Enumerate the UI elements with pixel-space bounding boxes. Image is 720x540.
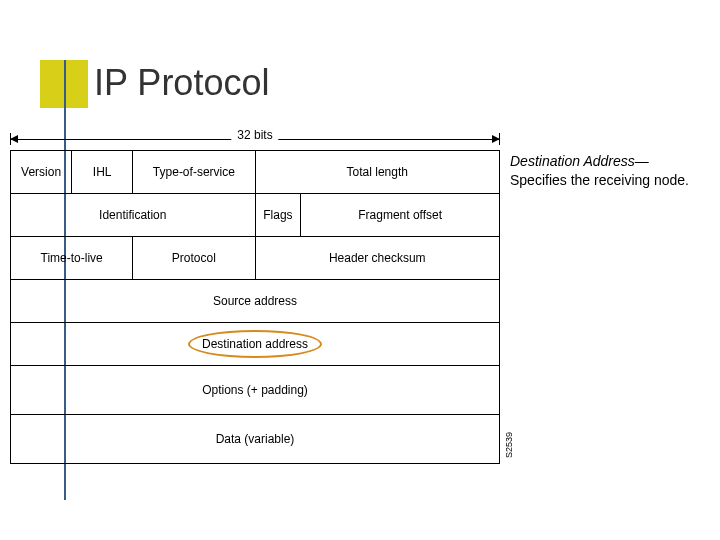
field-data: Data (variable) xyxy=(11,415,500,464)
dimension-label: 32 bits xyxy=(231,128,278,142)
field-destination-address: Destination address xyxy=(11,323,500,366)
field-destination-address-label: Destination address xyxy=(202,337,308,351)
field-identification: Identification xyxy=(11,194,256,237)
field-header-checksum: Header checksum xyxy=(255,237,500,280)
field-flags: Flags xyxy=(255,194,301,237)
slide-root: IP Protocol 32 bits Version IHL Type-of-… xyxy=(0,0,720,540)
field-tos: Type-of-service xyxy=(133,151,255,194)
field-ttl: Time-to-live xyxy=(11,237,133,280)
field-total-length: Total length xyxy=(255,151,500,194)
annotation-body: Specifies the receiving node. xyxy=(510,172,689,188)
field-source-address: Source address xyxy=(11,280,500,323)
annotation-term: Destination Address xyxy=(510,153,635,169)
dimension-line: 32 bits xyxy=(10,130,500,148)
annotation: Destination Address— Specifies the recei… xyxy=(510,152,700,190)
field-ihl: IHL xyxy=(72,151,133,194)
field-protocol: Protocol xyxy=(133,237,255,280)
ip-header-diagram: 32 bits Version IHL Type-of-service Tota… xyxy=(10,130,500,464)
field-options: Options (+ padding) xyxy=(11,366,500,415)
figure-number: S2539 xyxy=(504,432,514,458)
ip-header-table: Version IHL Type-of-service Total length… xyxy=(10,150,500,464)
annotation-dash: — xyxy=(635,153,649,169)
slide-title: IP Protocol xyxy=(94,62,269,104)
field-fragment-offset: Fragment offset xyxy=(301,194,500,237)
field-version: Version xyxy=(11,151,72,194)
